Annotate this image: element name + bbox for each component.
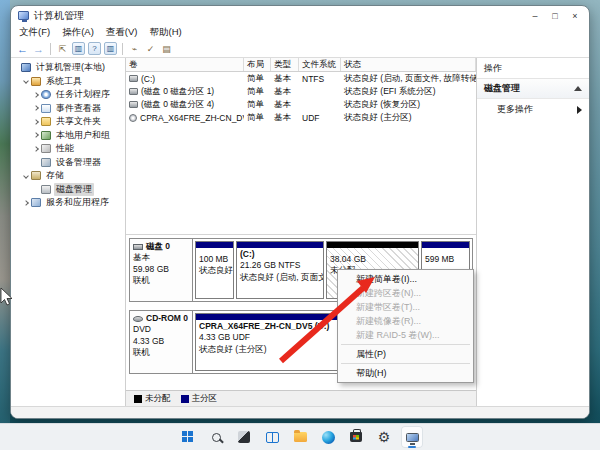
file-explorer-button[interactable]: [289, 426, 311, 448]
menu-view[interactable]: 查看(V): [106, 26, 138, 39]
event-viewer-icon: [41, 104, 51, 113]
legend-unallocated: 未分配: [134, 393, 171, 405]
forward-icon[interactable]: →: [32, 42, 45, 55]
tree-item-computer-management[interactable]: 计算机管理(本地): [11, 61, 125, 75]
tree-item-performance[interactable]: 性能: [11, 142, 125, 156]
menu-item-help[interactable]: 帮助(H): [338, 366, 473, 380]
more-actions[interactable]: 更多操作: [477, 99, 589, 120]
menu-help[interactable]: 帮助(H): [149, 26, 181, 39]
volume-icon: [129, 75, 138, 82]
tree-item-shared-folders[interactable]: 共享文件夹: [11, 115, 125, 129]
search-button[interactable]: [205, 426, 227, 448]
chevron-right-icon[interactable]: [23, 200, 29, 206]
tree-item-services-applications[interactable]: 服务和应用程序: [11, 196, 125, 210]
console-tree: 计算机管理(本地) 系统工具 任务计划程序 事件查看器: [11, 58, 126, 406]
disk-0-label[interactable]: 磁盘 0 基本 59.98 GB 联机: [130, 239, 193, 301]
menu-action[interactable]: 操作(A): [62, 26, 94, 39]
settings-button[interactable]: ⚙: [373, 426, 395, 448]
computer-management-taskbar-button[interactable]: [401, 426, 423, 448]
menu-item-new-simple-volume[interactable]: 新建简单卷(I)...: [338, 272, 473, 286]
minimize-button[interactable]: –: [525, 8, 545, 24]
computer-icon: [21, 63, 31, 72]
volume-row-partition4[interactable]: (磁盘 0 磁盘分区 4) 简单 基本 状态良好 (恢复分区): [126, 98, 476, 111]
maximize-button[interactable]: □: [545, 8, 565, 24]
menu-file[interactable]: 文件(F): [19, 26, 50, 39]
chevron-right-icon[interactable]: [33, 132, 39, 138]
chevron-down-icon[interactable]: [23, 173, 29, 179]
menu-separator: [341, 344, 470, 345]
partition-c[interactable]: (C:)21.26 GB NTFS状态良好 (启动, 页面文件: [236, 241, 324, 299]
column-type[interactable]: 类型: [271, 58, 299, 71]
volume-row-c[interactable]: (C:) 简单 基本 NTFS 状态良好 (启动, 页面文件, 故障转储, 基本…: [126, 72, 476, 85]
menu-item-new-mirrored-volume: 新建镜像卷(R)...: [338, 314, 473, 328]
cdrom-0-label[interactable]: CD-ROM 0 DVD 4.33 GB 联机: [130, 311, 193, 373]
task-view-button[interactable]: [261, 426, 283, 448]
task-scheduler-icon: [41, 90, 51, 99]
desktop: 计算机管理 – □ × 文件(F) 操作(A) 查看(V) 帮助(H) ← → …: [0, 0, 600, 450]
column-filesystem[interactable]: 文件系统: [299, 58, 341, 71]
close-button[interactable]: ×: [565, 8, 585, 24]
help-icon[interactable]: ?: [88, 42, 101, 55]
tree-item-event-viewer[interactable]: 事件查看器: [11, 102, 125, 116]
menu-item-properties[interactable]: 属性(P): [338, 347, 473, 361]
legend: 未分配 主分区: [126, 390, 476, 406]
volume-row-dvd[interactable]: CPRA_X64FRE_ZH-CN_DV5 (D:) 简单 基本 UDF 状态良…: [126, 111, 476, 124]
tree-item-local-users-groups[interactable]: 本地用户和组: [11, 129, 125, 143]
taskbar: ⚙: [0, 423, 600, 450]
properties-icon[interactable]: ▤: [160, 42, 173, 55]
chevron-down-icon[interactable]: [23, 78, 29, 84]
store-button[interactable]: [345, 426, 367, 448]
performance-icon: [41, 144, 51, 153]
context-menu: 新建简单卷(I)... 新建跨区卷(N)... 新建带区卷(T)... 新建镜像…: [337, 269, 474, 383]
primary-swatch: [181, 395, 189, 403]
start-button[interactable]: [177, 426, 199, 448]
tree-item-system-tools[interactable]: 系统工具: [11, 75, 125, 89]
show-action-pane-icon[interactable]: ▥: [104, 42, 117, 55]
column-volume[interactable]: 卷: [126, 58, 244, 71]
tree-item-disk-management[interactable]: 磁盘管理: [11, 183, 125, 197]
submenu-arrow-icon: [577, 106, 582, 114]
partition-efi[interactable]: 100 MB状态良好: [195, 241, 234, 299]
device-manager-icon: [41, 158, 51, 167]
widgets-button[interactable]: [233, 426, 255, 448]
actions-title: 操作: [477, 58, 589, 79]
tree-item-storage[interactable]: 存储: [11, 169, 125, 183]
export-list-icon[interactable]: ⇱: [56, 42, 69, 55]
refresh-icon[interactable]: ⌁: [128, 42, 141, 55]
back-icon[interactable]: ←: [16, 42, 29, 55]
title-bar[interactable]: 计算机管理 – □ ×: [11, 6, 589, 25]
menu-bar: 文件(F) 操作(A) 查看(V) 帮助(H): [11, 25, 589, 40]
volume-list: 卷 布局 类型 文件系统 状态 (C:) 简单 基本 NTFS 状态良好 (启动…: [126, 58, 476, 235]
tree-item-device-manager[interactable]: 设备管理器: [11, 156, 125, 170]
volume-row-partition1[interactable]: (磁盘 0 磁盘分区 1) 简单 基本 状态良好 (EFI 系统分区): [126, 85, 476, 98]
actions-pane: 操作 磁盘管理 更多操作: [476, 58, 589, 406]
windows-logo-icon: [182, 431, 194, 443]
show-console-tree-icon[interactable]: ▥: [72, 42, 85, 55]
store-icon: [350, 432, 362, 442]
window-title: 计算机管理: [34, 9, 84, 23]
storage-icon: [31, 171, 41, 180]
column-status[interactable]: 状态: [341, 58, 476, 71]
status-bar: [11, 406, 589, 418]
rescan-icon[interactable]: ✓: [144, 42, 157, 55]
chevron-right-icon[interactable]: [33, 92, 39, 98]
tree-item-task-scheduler[interactable]: 任务计划程序: [11, 88, 125, 102]
actions-group-disk-management[interactable]: 磁盘管理: [477, 79, 589, 99]
gear-icon: ⚙: [378, 430, 391, 444]
edge-button[interactable]: [317, 426, 339, 448]
chevron-right-icon[interactable]: [33, 105, 39, 111]
collapse-icon[interactable]: [574, 86, 582, 91]
volume-icon: [129, 88, 138, 95]
computer-management-icon: [406, 433, 419, 442]
system-tools-icon: [31, 77, 41, 86]
column-layout[interactable]: 布局: [244, 58, 271, 71]
chevron-right-icon[interactable]: [33, 146, 39, 152]
disc-icon: [129, 114, 137, 122]
menu-item-new-striped-volume: 新建带区卷(T)...: [338, 300, 473, 314]
volume-list-header: 卷 布局 类型 文件系统 状态: [126, 58, 476, 72]
app-icon: [18, 11, 29, 20]
chevron-right-icon[interactable]: [33, 119, 39, 125]
cdrom-icon: [133, 316, 143, 322]
computer-management-window: 计算机管理 – □ × 文件(F) 操作(A) 查看(V) 帮助(H) ← → …: [10, 5, 590, 419]
local-users-icon: [41, 131, 51, 140]
